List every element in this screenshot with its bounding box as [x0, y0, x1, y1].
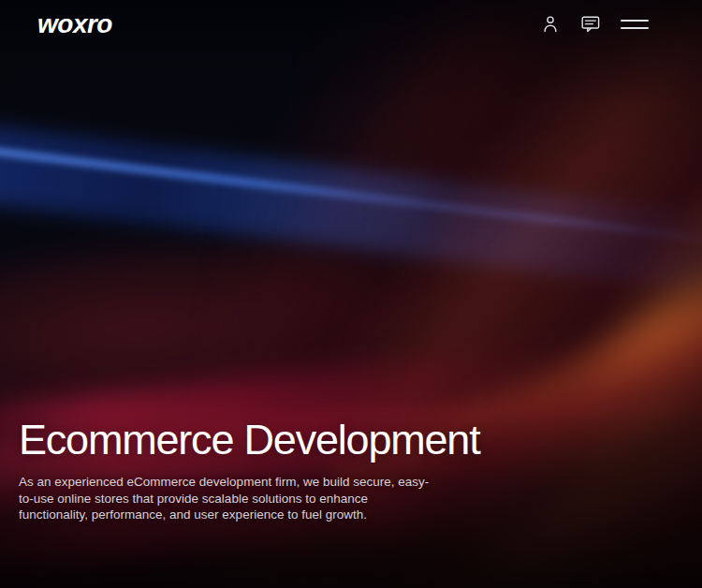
hero-description: As an experienced eCommerce development …	[19, 474, 431, 523]
page-title: Ecommerce Development	[19, 419, 431, 461]
menu-icon	[621, 20, 649, 22]
background-blue-beam	[0, 110, 702, 302]
background-orange-ridge	[503, 213, 702, 479]
chat-button[interactable]	[580, 14, 601, 35]
chat-icon	[581, 16, 600, 34]
header-actions	[540, 14, 649, 35]
hero-section: woxro Ecommerc	[0, 0, 702, 588]
menu-button[interactable]	[621, 18, 649, 31]
background-blue-beam-core	[0, 140, 702, 250]
user-icon	[542, 15, 559, 34]
hero-content: Ecommerce Development As an experienced …	[19, 419, 431, 523]
logo[interactable]: woxro	[37, 11, 112, 37]
hero-description-line: functionality, performance, and user exp…	[19, 507, 431, 523]
hero-description-line: to-use online stores that provide scalab…	[19, 491, 431, 507]
hero-description-line: As an experienced eCommerce development …	[19, 474, 431, 491]
background-bottom-sweep	[318, 200, 702, 588]
user-account-button[interactable]	[540, 14, 561, 35]
menu-icon	[621, 27, 649, 29]
site-header: woxro	[0, 0, 702, 37]
